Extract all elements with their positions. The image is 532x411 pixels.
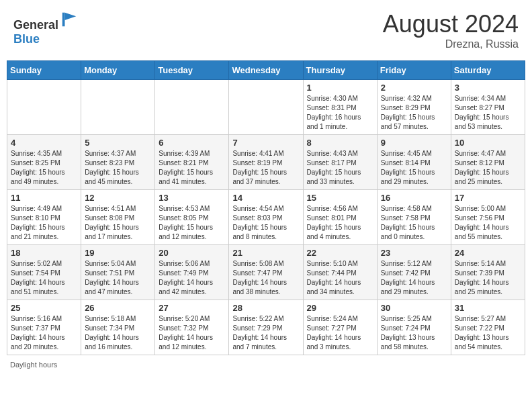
day-info: Sunrise: 4:54 AM Sunset: 8:03 PM Dayligh… <box>232 204 299 242</box>
day-info: Sunrise: 5:08 AM Sunset: 7:47 PM Dayligh… <box>232 259 299 297</box>
day-number: 9 <box>381 138 447 148</box>
daylight-label: Daylight hours <box>10 361 57 369</box>
svg-marker-1 <box>65 13 77 20</box>
day-info: Sunrise: 5:14 AM Sunset: 7:39 PM Dayligh… <box>455 259 521 297</box>
calendar-week-row: 1Sunrise: 4:30 AM Sunset: 8:31 PM Daylig… <box>7 80 525 135</box>
day-number: 14 <box>232 193 299 203</box>
calendar-day-cell: 7Sunrise: 4:41 AM Sunset: 8:19 PM Daylig… <box>229 135 303 190</box>
day-info: Sunrise: 4:39 AM Sunset: 8:21 PM Dayligh… <box>159 149 225 187</box>
day-info: Sunrise: 5:00 AM Sunset: 7:56 PM Dayligh… <box>455 204 521 242</box>
calendar-day-cell: 4Sunrise: 4:35 AM Sunset: 8:25 PM Daylig… <box>7 135 81 190</box>
day-info: Sunrise: 4:32 AM Sunset: 8:29 PM Dayligh… <box>381 94 447 132</box>
day-number: 24 <box>455 248 521 258</box>
title-block: August 2024 Drezna, Russia <box>383 10 519 50</box>
day-number: 29 <box>307 303 373 313</box>
calendar-day-cell: 6Sunrise: 4:39 AM Sunset: 8:21 PM Daylig… <box>155 135 229 190</box>
calendar-day-cell <box>155 80 229 135</box>
logo-flag-icon <box>60 10 79 29</box>
day-number: 30 <box>381 303 447 313</box>
footer: Daylight hours <box>7 361 525 369</box>
day-info: Sunrise: 5:12 AM Sunset: 7:42 PM Dayligh… <box>381 259 447 297</box>
day-info: Sunrise: 4:56 AM Sunset: 8:01 PM Dayligh… <box>307 204 373 242</box>
day-number: 21 <box>232 248 299 258</box>
day-info: Sunrise: 4:30 AM Sunset: 8:31 PM Dayligh… <box>307 94 373 132</box>
day-info: Sunrise: 4:35 AM Sunset: 8:25 PM Dayligh… <box>11 149 77 187</box>
day-number: 13 <box>159 193 225 203</box>
calendar-table: SundayMondayTuesdayWednesdayThursdayFrid… <box>7 60 525 355</box>
calendar-day-cell: 3Sunrise: 4:34 AM Sunset: 8:27 PM Daylig… <box>451 80 525 135</box>
calendar-week-row: 4Sunrise: 4:35 AM Sunset: 8:25 PM Daylig… <box>7 135 525 190</box>
day-number: 2 <box>381 83 447 93</box>
calendar-week-row: 18Sunrise: 5:02 AM Sunset: 7:54 PM Dayli… <box>7 245 525 300</box>
day-info: Sunrise: 5:04 AM Sunset: 7:51 PM Dayligh… <box>85 259 151 297</box>
day-info: Sunrise: 5:06 AM Sunset: 7:49 PM Dayligh… <box>159 259 225 297</box>
calendar-day-cell: 29Sunrise: 5:24 AM Sunset: 7:27 PM Dayli… <box>303 300 377 355</box>
calendar-day-header: Tuesday <box>155 61 229 80</box>
day-info: Sunrise: 4:58 AM Sunset: 7:58 PM Dayligh… <box>381 204 447 242</box>
calendar-day-cell <box>229 80 303 135</box>
calendar-day-cell <box>81 80 155 135</box>
logo-general: General <box>13 18 58 32</box>
day-info: Sunrise: 4:41 AM Sunset: 8:19 PM Dayligh… <box>232 149 299 187</box>
calendar-week-row: 25Sunrise: 5:16 AM Sunset: 7:37 PM Dayli… <box>7 300 525 355</box>
calendar-day-cell: 20Sunrise: 5:06 AM Sunset: 7:49 PM Dayli… <box>155 245 229 300</box>
day-number: 12 <box>85 193 151 203</box>
day-number: 1 <box>307 83 373 93</box>
day-info: Sunrise: 4:34 AM Sunset: 8:27 PM Dayligh… <box>455 94 521 132</box>
calendar-day-cell: 5Sunrise: 4:37 AM Sunset: 8:23 PM Daylig… <box>81 135 155 190</box>
day-number: 28 <box>232 303 299 313</box>
day-info: Sunrise: 5:25 AM Sunset: 7:24 PM Dayligh… <box>381 314 447 352</box>
calendar-day-cell: 30Sunrise: 5:25 AM Sunset: 7:24 PM Dayli… <box>377 300 451 355</box>
day-number: 22 <box>307 248 373 258</box>
day-number: 5 <box>85 138 151 148</box>
calendar-day-cell: 16Sunrise: 4:58 AM Sunset: 7:58 PM Dayli… <box>377 190 451 245</box>
day-info: Sunrise: 5:22 AM Sunset: 7:29 PM Dayligh… <box>232 314 299 352</box>
day-number: 18 <box>11 248 77 258</box>
calendar-day-cell: 26Sunrise: 5:18 AM Sunset: 7:34 PM Dayli… <box>81 300 155 355</box>
day-info: Sunrise: 4:43 AM Sunset: 8:17 PM Dayligh… <box>307 149 373 187</box>
calendar-day-cell: 8Sunrise: 4:43 AM Sunset: 8:17 PM Daylig… <box>303 135 377 190</box>
day-info: Sunrise: 5:02 AM Sunset: 7:54 PM Dayligh… <box>11 259 77 297</box>
day-info: Sunrise: 4:37 AM Sunset: 8:23 PM Dayligh… <box>85 149 151 187</box>
calendar-day-header: Monday <box>81 61 155 80</box>
calendar-day-header: Wednesday <box>229 61 303 80</box>
calendar-day-cell: 24Sunrise: 5:14 AM Sunset: 7:39 PM Dayli… <box>451 245 525 300</box>
calendar-day-cell: 18Sunrise: 5:02 AM Sunset: 7:54 PM Dayli… <box>7 245 81 300</box>
page-header: General Blue August 2024 Drezna, Russia <box>7 7 525 54</box>
logo-blue: Blue <box>13 32 40 46</box>
day-number: 20 <box>159 248 225 258</box>
day-info: Sunrise: 5:27 AM Sunset: 7:22 PM Dayligh… <box>455 314 521 352</box>
day-info: Sunrise: 5:18 AM Sunset: 7:34 PM Dayligh… <box>85 314 151 352</box>
calendar-day-cell <box>7 80 81 135</box>
calendar-day-cell: 10Sunrise: 4:47 AM Sunset: 8:12 PM Dayli… <box>451 135 525 190</box>
logo-text: General Blue <box>13 10 79 46</box>
day-number: 8 <box>307 138 373 148</box>
calendar-day-cell: 2Sunrise: 4:32 AM Sunset: 8:29 PM Daylig… <box>377 80 451 135</box>
day-number: 19 <box>85 248 151 258</box>
calendar-day-cell: 27Sunrise: 5:20 AM Sunset: 7:32 PM Dayli… <box>155 300 229 355</box>
day-number: 7 <box>232 138 299 148</box>
calendar-day-cell: 11Sunrise: 4:49 AM Sunset: 8:10 PM Dayli… <box>7 190 81 245</box>
day-info: Sunrise: 5:16 AM Sunset: 7:37 PM Dayligh… <box>11 314 77 352</box>
calendar-day-cell: 14Sunrise: 4:54 AM Sunset: 8:03 PM Dayli… <box>229 190 303 245</box>
calendar-day-cell: 13Sunrise: 4:53 AM Sunset: 8:05 PM Dayli… <box>155 190 229 245</box>
day-info: Sunrise: 4:53 AM Sunset: 8:05 PM Dayligh… <box>159 204 225 242</box>
day-number: 10 <box>455 138 521 148</box>
calendar-day-header: Saturday <box>451 61 525 80</box>
day-number: 23 <box>381 248 447 258</box>
calendar-day-cell: 15Sunrise: 4:56 AM Sunset: 8:01 PM Dayli… <box>303 190 377 245</box>
calendar-day-cell: 23Sunrise: 5:12 AM Sunset: 7:42 PM Dayli… <box>377 245 451 300</box>
day-info: Sunrise: 5:20 AM Sunset: 7:32 PM Dayligh… <box>159 314 225 352</box>
day-info: Sunrise: 5:24 AM Sunset: 7:27 PM Dayligh… <box>307 314 373 352</box>
calendar-day-header: Sunday <box>7 61 81 80</box>
calendar-header-row: SundayMondayTuesdayWednesdayThursdayFrid… <box>7 61 525 80</box>
day-number: 3 <box>455 83 521 93</box>
calendar-week-row: 11Sunrise: 4:49 AM Sunset: 8:10 PM Dayli… <box>7 190 525 245</box>
calendar-day-cell: 31Sunrise: 5:27 AM Sunset: 7:22 PM Dayli… <box>451 300 525 355</box>
calendar-day-cell: 17Sunrise: 5:00 AM Sunset: 7:56 PM Dayli… <box>451 190 525 245</box>
calendar-day-header: Friday <box>377 61 451 80</box>
day-number: 27 <box>159 303 225 313</box>
day-number: 25 <box>11 303 77 313</box>
month-title: August 2024 <box>383 10 519 38</box>
day-number: 15 <box>307 193 373 203</box>
